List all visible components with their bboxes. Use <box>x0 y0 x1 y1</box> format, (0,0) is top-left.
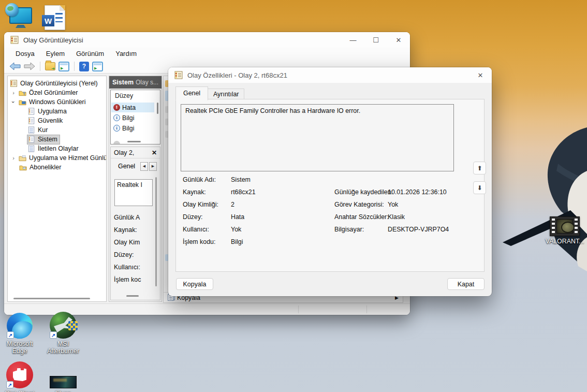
console-tree-toggle-icon[interactable]: ▶ <box>58 62 69 71</box>
list-title: Sistem <box>112 79 134 86</box>
event-viewer-app-icon <box>10 36 19 44</box>
chevron-right-icon[interactable]: › <box>11 90 16 96</box>
next-event-button[interactable]: ⬇ <box>473 181 486 194</box>
desktop: W ↗ Microsoft Edge ↗ MSI Afterburner ↗ R… <box>0 0 587 392</box>
close-preview-icon[interactable]: ✕ <box>152 149 157 156</box>
menu-eylem[interactable]: Eylem <box>41 49 70 59</box>
close-dialog-button[interactable]: Kapat <box>447 278 485 290</box>
event-row-bilgi[interactable]: i Bilgi <box>111 123 154 133</box>
checkered-flag-decoration <box>68 321 78 330</box>
field-row: Kaynak: rt68cx21 <box>183 186 256 198</box>
menu-yardim[interactable]: Yardım <box>110 49 142 59</box>
tree-item-uygulama-ve-hizmet[interactable]: › Uygulama ve Hizmet Günlük <box>11 153 107 163</box>
column-header-duzey[interactable]: Düzey <box>111 91 133 100</box>
preview-tab-genel[interactable]: Genel <box>118 163 135 170</box>
monitor-stand <box>16 25 26 28</box>
tree-horizontal-scrollbar[interactable] <box>13 298 90 299</box>
riot-icon-wrap: ↗ <box>6 361 33 388</box>
scroll-right-button[interactable]: ▶ <box>149 162 157 171</box>
scroll-left-button[interactable]: ◀ <box>140 162 148 171</box>
word-document-icon[interactable]: W <box>45 5 65 30</box>
tree-item-uygulama[interactable]: Uygulama <box>27 107 67 116</box>
log-file-icon <box>27 108 35 115</box>
open-saved-log-icon[interactable] <box>45 62 55 70</box>
icon-label: Riot Client <box>5 390 34 392</box>
shortcut-arrow-icon: ↗ <box>7 331 14 339</box>
internet-shortcut-icon[interactable] <box>5 3 32 28</box>
info-icon: i <box>113 125 120 132</box>
icon-label: Elyon <box>55 390 71 392</box>
window-title: Olay Görüntüleyicisi <box>23 36 83 44</box>
preview-field-label: İşlem koc <box>114 276 141 283</box>
tree-item-label: Abonelikler <box>30 164 61 171</box>
field-row: Düzey: Hata <box>183 211 244 223</box>
desktop-icon-valorant-video[interactable]: VALORANT... <box>547 216 583 245</box>
forward-button[interactable] <box>24 62 35 70</box>
partial-event-icon <box>113 141 120 144</box>
action-pane-toggle-icon[interactable]: ▶ <box>92 62 103 71</box>
event-level-label: Bilgi <box>122 114 134 122</box>
preview-field-label: Kaynak: <box>114 226 137 234</box>
error-icon: ! <box>113 104 120 111</box>
event-row-bilgi[interactable]: i Bilgi <box>111 113 154 123</box>
play-glyph: ▶ <box>61 66 63 70</box>
event-row-hata[interactable]: ! Hata <box>111 103 154 112</box>
chevron-down-icon[interactable]: › <box>10 99 17 105</box>
desktop-icon-msi-afterburner[interactable]: ↗ MSI Afterburner <box>39 312 87 355</box>
menubar: Dosya Eylem Görünüm Yardım <box>4 48 142 60</box>
preview-horizontal-scrollbar[interactable] <box>126 295 139 297</box>
tree-item-iletilen-olaylar[interactable]: İletilen Olaylar <box>27 144 79 153</box>
previous-event-button[interactable]: ⬆ <box>473 162 486 175</box>
field-value: Yok <box>388 201 398 208</box>
list-horizontal-scrollbar[interactable] <box>127 141 141 142</box>
globe-icon <box>5 3 19 17</box>
tree-item-guvenlik[interactable]: Güvenlik <box>27 116 63 125</box>
dialog-close-button[interactable]: ✕ <box>469 67 492 83</box>
back-button[interactable] <box>9 62 21 70</box>
minimize-button[interactable]: — <box>342 32 364 48</box>
toolbar-separator <box>74 62 75 71</box>
event-level-label: Hata <box>122 104 136 111</box>
tree-item-kur[interactable]: Kur <box>27 125 48 135</box>
field-label: Bilgisayar: <box>334 226 388 233</box>
tree-root-event-viewer[interactable]: Olay Görüntüleyicisi (Yerel) <box>10 79 98 88</box>
desktop-icon-elyon[interactable]: Elyon <box>42 376 84 392</box>
preview-header: Olay 2, ✕ <box>111 147 160 158</box>
chevron-right-icon[interactable]: › <box>11 155 16 161</box>
field-row: Görev Kategorisi: Yok <box>334 198 398 211</box>
dialog-titlebar[interactable]: Olay Özellikleri - Olay 2, rt68cx21 ✕ <box>168 67 492 83</box>
toolbar-separator <box>40 62 40 71</box>
tree-item-abonelikler[interactable]: Abonelikler <box>19 163 61 172</box>
tab-genel[interactable]: Genel <box>175 86 208 100</box>
tree-item-ozel-gorunumler[interactable]: › Özel Görünümler <box>11 88 78 97</box>
event-description-box[interactable]: Realtek PCIe GbE Family Controller has a… <box>181 104 454 171</box>
desktop-icon-edge[interactable]: ↗ Microsoft Edge <box>1 313 38 355</box>
icon-label: Microsoft Edge <box>7 340 33 355</box>
copy-button[interactable]: Kopyala <box>176 278 213 290</box>
play-glyph: ▶ <box>94 66 97 70</box>
event-properties-icon <box>174 71 183 79</box>
menu-dosya[interactable]: Dosya <box>10 49 40 59</box>
msi-icon-wrap: ↗ <box>50 312 77 339</box>
log-file-icon <box>27 145 35 152</box>
internet-monitor-icon <box>5 3 32 28</box>
preview-vertical-scrollbar[interactable] <box>155 177 157 286</box>
desktop-icon-riot-client[interactable]: ↗ Riot Client <box>1 361 38 392</box>
event-level-label: Bilgi <box>122 125 134 132</box>
help-icon[interactable]: ? <box>79 62 89 71</box>
menu-gorunum[interactable]: Görünüm <box>71 49 109 59</box>
maximize-button[interactable]: ☐ <box>364 32 387 48</box>
list-vertical-scrollbar[interactable] <box>157 103 158 114</box>
tree-item-windows-gunlukleri[interactable]: › Windows Günlükleri <box>11 97 86 107</box>
field-label: Günlük Adı: <box>183 176 231 183</box>
tree-item-label: Özel Görünümler <box>29 89 78 96</box>
tree-item-sistem[interactable]: Sistem <box>27 135 60 144</box>
field-row: İşlem kodu: Bilgi <box>183 236 243 248</box>
event-viewer-titlebar[interactable]: Olay Görüntüleyicisi — ☐ ✕ <box>4 32 410 48</box>
dialog-tabs: Genel Ayrıntılar <box>175 86 244 100</box>
close-button[interactable]: ✕ <box>387 32 410 48</box>
field-value: rt68cx21 <box>231 188 256 196</box>
event-list-header: Sistem Olay s... <box>109 76 162 89</box>
event-list-panel: Sistem Olay s... Düzey ! Hata i Bilgi i <box>109 76 162 302</box>
word-logo: W <box>42 15 54 26</box>
